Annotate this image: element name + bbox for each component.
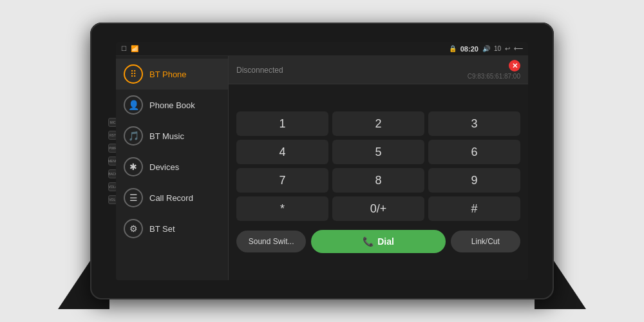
bluetooth-icon: 📶 [131,45,138,52]
sidebar-item-phone-book[interactable]: 👤 Phone Book [116,90,228,120]
call-record-icon: ☰ [124,188,143,207]
sidebar-item-call-record[interactable]: ☰ Call Record [116,182,228,213]
dial-key-9[interactable]: 9 [428,168,520,193]
dial-key-8[interactable]: 8 [332,168,424,193]
status-bar: ☐ 📶 🔒 08:20 🔊 10 ↩ ⟵ [116,42,528,56]
sidebar-item-bt-set[interactable]: ⚙ BT Set [116,213,228,244]
dial-key-3[interactable]: 3 [428,111,520,136]
bezel: MIC RST PWR MENU BACK VOL+ VOL- ☐ 📶 🔒 08… [90,23,554,299]
battery-level: 10 [494,45,501,52]
devices-icon: ✱ [124,157,143,176]
phone-icon: 📞 [363,236,374,247]
bottom-buttons: Sound Swit... 📞 Dial Link/Cut [236,227,520,256]
car-unit: MIC RST PWR MENU BACK VOL+ VOL- ☐ 📶 🔒 08… [71,13,573,309]
dial-label: Dial [377,236,394,247]
sidebar: ⠿ BT Phone 👤 Phone Book 🎵 BT Music ✱ Dev… [116,56,229,280]
display-row [236,90,520,108]
volume-icon: 🔊 [482,45,490,52]
sidebar-item-devices[interactable]: ✱ Devices [116,151,228,182]
connection-status: Disconnected [236,66,283,75]
dial-key-2[interactable]: 2 [332,111,424,136]
bt-phone-label: BT Phone [149,70,187,79]
clock: 08:20 [460,45,478,53]
bt-phone-icon: ⠿ [124,64,143,84]
link-cut-button[interactable]: Link/Cut [451,231,520,252]
sidebar-item-bt-phone[interactable]: ⠿ BT Phone [116,59,228,90]
dialpad-area: 1 2 3 4 5 6 7 8 9 * 0/+ # [229,84,528,280]
disconnected-bar: Disconnected ✕ C9:83:65:61:87:00 [229,56,528,84]
dial-key-5[interactable]: 5 [332,140,424,164]
lock-icon: 🔒 [449,45,457,52]
phone-book-icon: 👤 [124,95,143,115]
main-content: ⠿ BT Phone 👤 Phone Book 🎵 BT Music ✱ Dev… [116,56,528,280]
dial-key-7[interactable]: 7 [236,168,328,193]
back-nav-icon: ⟵ [514,45,523,52]
close-button[interactable]: ✕ [509,60,520,71]
dialpad-grid: 1 2 3 4 5 6 7 8 9 * 0/+ # [236,111,520,221]
devices-label: Devices [149,162,179,172]
mac-address: C9:83:65:61:87:00 [468,73,520,80]
dial-button[interactable]: 📞 Dial [311,230,446,253]
return-icon: ↩ [505,45,510,52]
dial-key-1[interactable]: 1 [236,111,328,136]
sound-switch-button[interactable]: Sound Swit... [236,231,306,252]
bt-set-icon: ⚙ [124,219,143,238]
sidebar-item-bt-music[interactable]: 🎵 BT Music [116,120,228,151]
window-icon: ☐ [121,45,127,52]
dial-key-star[interactable]: * [236,196,328,221]
status-bar-left: ☐ 📶 [121,45,449,52]
dial-key-4[interactable]: 4 [236,140,328,164]
dial-key-hash[interactable]: # [428,196,520,221]
bt-set-label: BT Set [149,224,175,234]
phone-book-label: Phone Book [149,100,195,110]
dial-key-0[interactable]: 0/+ [332,196,424,221]
status-bar-right: 🔒 08:20 🔊 10 ↩ ⟵ [449,45,523,53]
bt-phone-panel: Disconnected ✕ C9:83:65:61:87:00 1 2 [229,56,528,280]
dial-key-6[interactable]: 6 [428,140,520,164]
bt-music-label: BT Music [149,131,184,141]
bt-music-icon: 🎵 [124,126,143,146]
screen: ☐ 📶 🔒 08:20 🔊 10 ↩ ⟵ ⠿ BT [116,42,528,280]
call-record-label: Call Record [149,193,193,203]
